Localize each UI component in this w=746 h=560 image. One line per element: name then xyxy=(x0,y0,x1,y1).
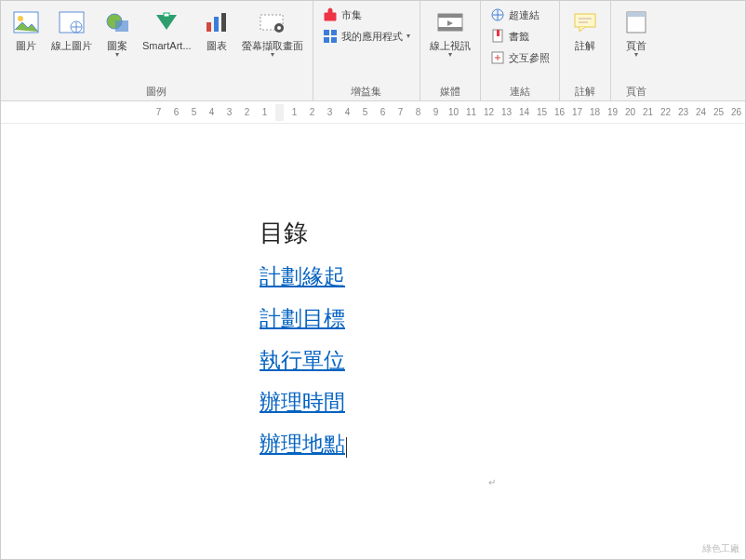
svg-rect-18 xyxy=(438,14,462,18)
ruler-tick: 23 xyxy=(674,107,692,117)
ribbon-group-header: 頁首 ▾ 頁首 xyxy=(611,1,661,100)
chevron-down-icon: ▾ xyxy=(115,50,119,59)
svg-rect-5 xyxy=(115,20,128,32)
ruler-tick: 3 xyxy=(220,107,238,117)
toc-link[interactable]: 計劃緣起 xyxy=(260,262,345,291)
document-area[interactable]: 目錄 計劃緣起 計劃目標 執行單位 辦理時間 辦理地點 ↵ xyxy=(1,124,745,560)
ruler-tick: 4 xyxy=(203,107,220,117)
video-icon xyxy=(434,7,466,38)
ribbon-group-media: 線上視訊 ▾ 媒體 xyxy=(420,1,481,100)
ruler-tick: 8 xyxy=(409,107,427,117)
apps-icon xyxy=(323,29,338,44)
text-cursor xyxy=(346,437,347,458)
svg-rect-13 xyxy=(324,30,329,35)
svg-rect-9 xyxy=(221,13,226,32)
cross-reference-button[interactable]: 交互參照 xyxy=(486,47,553,68)
picture-button[interactable]: 圖片 xyxy=(7,5,46,54)
chevron-down-icon: ▾ xyxy=(448,50,452,59)
ruler-tick: 10 xyxy=(445,107,462,117)
group-label-illustrations: 圖例 xyxy=(146,85,167,99)
ruler-tick: 5 xyxy=(356,107,374,117)
ruler-tick: 6 xyxy=(167,107,185,117)
ruler-tick: 20 xyxy=(621,107,639,117)
ruler-tick: 7 xyxy=(392,107,409,117)
ruler-tick: 6 xyxy=(374,107,392,117)
ribbon-group-links: 超連結 書籤 交互參照 連結 xyxy=(481,1,560,100)
picture-icon xyxy=(10,7,42,38)
chevron-down-icon: ▾ xyxy=(634,50,638,59)
ruler-tick: 16 xyxy=(551,107,568,117)
svg-rect-8 xyxy=(214,17,219,32)
ruler-tick: 2 xyxy=(238,107,256,117)
group-label-media: 媒體 xyxy=(440,85,460,99)
svg-rect-15 xyxy=(324,37,329,43)
svg-rect-16 xyxy=(331,37,337,43)
header-button[interactable]: 頁首 ▾ xyxy=(617,5,656,60)
hyperlink-button[interactable]: 超連結 xyxy=(486,5,553,25)
ruler-tick: 26 xyxy=(727,107,745,117)
ruler-tick: 1 xyxy=(256,107,273,117)
screenshot-icon xyxy=(257,7,288,38)
store-button[interactable]: 市集 xyxy=(319,5,414,25)
toc-link[interactable]: 辦理時間 xyxy=(260,388,345,417)
svg-rect-6 xyxy=(164,13,169,17)
store-icon xyxy=(323,7,338,22)
comment-icon xyxy=(569,7,601,38)
smartart-button[interactable]: SmartArt... xyxy=(139,5,195,54)
ruler-tick: 2 xyxy=(303,107,321,117)
toc-link[interactable]: 計劃目標 xyxy=(260,304,345,333)
ruler-tick: 1 xyxy=(286,107,303,117)
screenshot-button[interactable]: 螢幕擷取畫面 ▾ xyxy=(238,5,307,60)
toc-link[interactable]: 執行單位 xyxy=(260,346,345,375)
hyperlink-icon xyxy=(490,7,505,22)
online-pictures-button[interactable]: 線上圖片 xyxy=(47,5,96,54)
paragraph-mark-icon: ↵ xyxy=(488,477,496,487)
ruler-tick: 17 xyxy=(568,107,586,117)
chevron-down-icon: ▾ xyxy=(406,32,410,40)
watermark: 綠色工廠 xyxy=(702,542,739,555)
online-pictures-icon xyxy=(56,7,87,38)
comment-button[interactable]: 註解 xyxy=(566,5,605,54)
header-icon xyxy=(620,7,652,38)
shapes-button[interactable]: 圖案 ▾ xyxy=(98,5,137,60)
chart-icon xyxy=(201,7,233,38)
chart-button[interactable]: 圖表 xyxy=(197,5,236,54)
ruler-tick: 9 xyxy=(427,107,445,117)
toc-link[interactable]: 辦理地點 xyxy=(260,432,345,456)
ruler-tick: 11 xyxy=(462,107,480,117)
bookmark-icon xyxy=(490,29,505,44)
ruler-tick: 24 xyxy=(692,107,710,117)
online-video-button[interactable]: 線上視訊 ▾ xyxy=(426,5,474,60)
svg-rect-19 xyxy=(438,27,462,31)
page[interactable]: 目錄 計劃緣起 計劃目標 執行單位 辦理時間 辦理地點 xyxy=(150,124,726,560)
svg-point-1 xyxy=(18,16,23,21)
ruler-indent-marker[interactable] xyxy=(275,104,284,121)
ruler-tick: 7 xyxy=(150,107,167,117)
ribbon-group-addins: 市集 我的應用程式 ▾ 增益集 xyxy=(313,1,420,100)
ruler-tick: 4 xyxy=(339,107,356,117)
horizontal-ruler[interactable]: 7654321 12345678910111213141516171819202… xyxy=(1,101,745,124)
ruler-tick: 14 xyxy=(515,107,533,117)
group-label-comments: 註解 xyxy=(575,85,595,99)
ruler-tick: 21 xyxy=(639,107,657,117)
ruler-tick: 12 xyxy=(480,107,498,117)
group-label-addins: 增益集 xyxy=(351,85,381,99)
shapes-icon xyxy=(101,7,133,38)
svg-rect-14 xyxy=(331,30,337,35)
ribbon-group-illustrations: 圖片 線上圖片 圖案 ▾ SmartArt... xyxy=(1,1,313,100)
my-apps-button[interactable]: 我的應用程式 ▾ xyxy=(319,26,414,47)
ruler-tick: 19 xyxy=(604,107,621,117)
smartart-icon xyxy=(151,7,182,38)
chevron-down-icon: ▾ xyxy=(271,50,274,59)
ruler-tick: 13 xyxy=(498,107,515,117)
svg-rect-26 xyxy=(627,12,646,17)
cross-ref-icon xyxy=(490,50,505,65)
ruler-tick: 25 xyxy=(710,107,727,117)
ruler-tick: 22 xyxy=(657,107,674,117)
ribbon-group-comments: 註解 註解 xyxy=(560,1,611,100)
bookmark-button[interactable]: 書籤 xyxy=(486,26,553,47)
ruler-tick: 3 xyxy=(321,107,339,117)
ruler-tick: 18 xyxy=(586,107,604,117)
group-label-links: 連結 xyxy=(510,85,530,99)
toc-title: 目錄 xyxy=(260,217,726,249)
